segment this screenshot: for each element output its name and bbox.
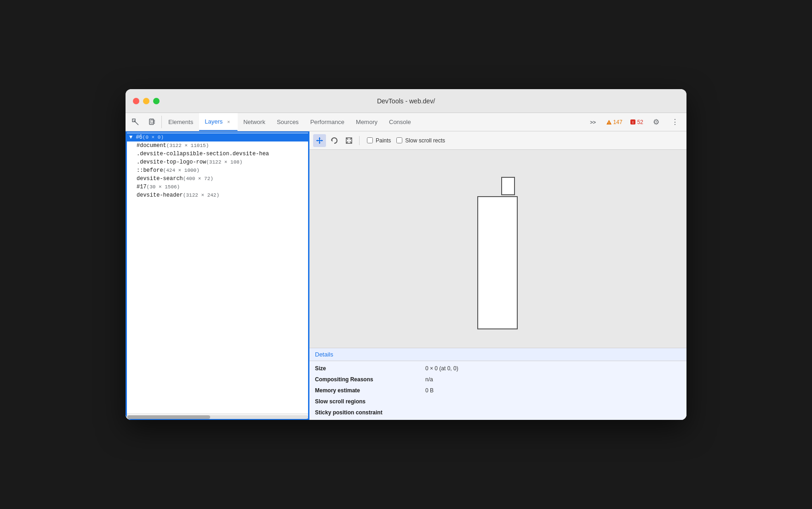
layer-item-top-logo[interactable]: .devsite-top-logo-row(3122 × 108): [126, 158, 309, 166]
pan-tool-button[interactable]: [313, 134, 326, 147]
inspect-element-button[interactable]: [127, 113, 144, 131]
rotate-tool-button[interactable]: [328, 134, 341, 147]
settings-button[interactable]: ⚙: [648, 118, 664, 126]
tab-sources[interactable]: Sources: [271, 113, 305, 131]
slow-scroll-checkbox-label[interactable]: Slow scroll rects: [396, 137, 445, 144]
detail-label-compositing: Compositing Reasons: [309, 374, 420, 385]
svg-rect-2: [151, 120, 153, 123]
right-panel: Paints Slow scroll rects Details: [309, 131, 686, 420]
svg-text:!: !: [632, 120, 634, 124]
viewport[interactable]: [309, 150, 686, 348]
window-controls: [133, 98, 160, 104]
toolbar-right: >> ! 147 ! 52 ⚙ ⋮: [585, 113, 685, 131]
tree-arrow-root: ▼: [129, 134, 132, 141]
svg-text:!: !: [608, 121, 609, 124]
detail-value-memory: 0 B: [420, 385, 686, 396]
layer-item-header[interactable]: devsite-header(3122 × 242): [126, 191, 309, 199]
close-button[interactable]: [133, 98, 139, 104]
warning-icon: !: [606, 119, 612, 125]
layers-panel: ▼ #6(0 × 0) #document(3122 × 11015) .dev…: [126, 131, 309, 420]
fit-icon: [345, 136, 353, 145]
tab-network[interactable]: Network: [238, 113, 271, 131]
main-content: ▼ #6(0 × 0) #document(3122 × 11015) .dev…: [126, 131, 686, 420]
more-tabs-button[interactable]: >>: [585, 119, 601, 125]
more-options-button[interactable]: ⋮: [666, 118, 683, 126]
tab-layers-close[interactable]: ×: [225, 119, 232, 125]
maximize-button[interactable]: [153, 98, 160, 104]
detail-value-compositing: n/a: [420, 374, 686, 385]
title-bar: DevTools - web.dev/: [126, 89, 686, 113]
detail-value-sticky: [420, 407, 686, 418]
warning-badge[interactable]: ! 147: [603, 118, 625, 126]
layer-item-document[interactable]: #document(3122 × 11015): [126, 141, 309, 150]
tab-elements[interactable]: Elements: [163, 113, 199, 131]
layers-tree[interactable]: ▼ #6(0 × 0) #document(3122 × 11015) .dev…: [126, 131, 309, 413]
devtools-window: DevTools - web.dev/ Elements L: [126, 89, 686, 420]
tab-bar: Elements Layers × Network Sources Perfor…: [126, 113, 686, 131]
layer-item-search[interactable]: devsite-search(400 × 72): [126, 175, 309, 183]
layer-item-devsite-section[interactable]: .devsite-collapsible-section.devsite-hea: [126, 150, 309, 158]
details-grid: Size 0 × 0 (at 0, 0) Compositing Reasons…: [309, 361, 686, 420]
paints-checkbox-label[interactable]: Paints: [367, 137, 391, 144]
tab-performance[interactable]: Performance: [305, 113, 350, 131]
tab-list: Elements Layers × Network Sources Perfor…: [163, 113, 585, 131]
details-tab[interactable]: Details: [309, 348, 686, 361]
layer-item-17[interactable]: #17(30 × 1506): [126, 183, 309, 191]
layer-item-root[interactable]: ▼ #6(0 × 0): [126, 133, 309, 141]
detail-value-size: 0 × 0 (at 0, 0): [420, 363, 686, 374]
tools-separator: [359, 136, 360, 145]
tab-console[interactable]: Console: [383, 113, 417, 131]
paints-checkbox[interactable]: [367, 137, 373, 143]
layer-item-before[interactable]: ::before(424 × 1000): [126, 166, 309, 175]
error-icon: !: [630, 119, 636, 125]
layer-box-top: [501, 177, 515, 195]
fit-tool-button[interactable]: [343, 134, 355, 147]
layer-preview: [477, 196, 519, 329]
minimize-button[interactable]: [143, 98, 149, 104]
tab-layers[interactable]: Layers ×: [199, 113, 238, 131]
scrollbar-track: [126, 415, 308, 419]
device-mode-button[interactable]: [144, 113, 160, 131]
window-title: DevTools - web.dev/: [377, 97, 435, 105]
detail-label-sticky: Sticky position constraint: [309, 407, 420, 418]
detail-label-size: Size: [309, 363, 420, 374]
detail-value-slow-scroll: [420, 396, 686, 407]
layer-box-outer: [477, 196, 518, 329]
detail-label-memory: Memory estimate: [309, 385, 420, 396]
pan-icon: [315, 136, 324, 145]
rotate-icon: [330, 136, 338, 145]
tools-bar: Paints Slow scroll rects: [309, 131, 686, 150]
toolbar-separator: [161, 116, 162, 128]
details-panel: Details Size 0 × 0 (at 0, 0) Compositing…: [309, 348, 686, 420]
detail-label-slow-scroll: Slow scroll regions: [309, 396, 420, 407]
tab-memory[interactable]: Memory: [350, 113, 383, 131]
error-badge[interactable]: ! 52: [627, 118, 646, 126]
scrollbar-thumb[interactable]: [127, 415, 210, 419]
slow-scroll-checkbox[interactable]: [396, 137, 402, 143]
horizontal-scrollbar[interactable]: [126, 413, 309, 420]
